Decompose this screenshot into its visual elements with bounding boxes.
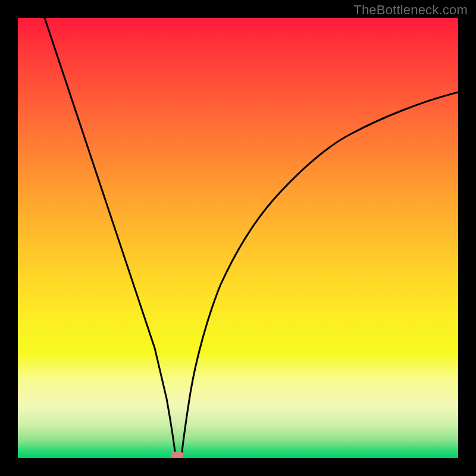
plot-area: [18, 18, 458, 458]
curve-svg: [18, 18, 458, 458]
curve-path: [45, 18, 458, 456]
chart-container: TheBottleneck.com: [0, 0, 476, 476]
vertex-marker: [171, 452, 183, 458]
watermark-text: TheBottleneck.com: [353, 2, 468, 18]
